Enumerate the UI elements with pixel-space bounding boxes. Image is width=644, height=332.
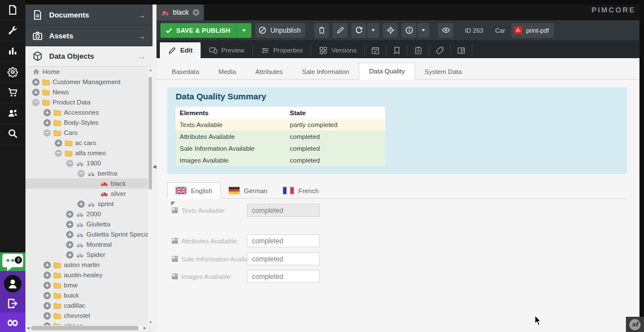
tree-item-sprint[interactable]: +sprint — [25, 199, 148, 209]
tree-item-aston-martin[interactable]: +aston martin — [25, 260, 148, 270]
tab-attributes[interactable]: Attributes — [246, 64, 293, 80]
expand-icon[interactable]: + — [32, 89, 40, 96]
tree-item-body-styles[interactable]: +Body-Styles — [25, 117, 148, 128]
field-input-attributes-available[interactable] — [247, 234, 320, 247]
tree-item-bmw[interactable]: +bmw — [25, 280, 148, 290]
expand-icon[interactable]: + — [43, 302, 51, 309]
tab-media[interactable]: Media — [209, 64, 246, 80]
tree-item-cars[interactable]: −Cars — [25, 128, 148, 138]
expand-icon[interactable]: + — [43, 282, 51, 289]
expand-icon[interactable]: + — [66, 221, 73, 228]
expand-icon[interactable]: + — [43, 261, 51, 269]
expand-icon[interactable]: + — [43, 109, 51, 116]
expand-icon[interactable]: + — [66, 211, 73, 218]
tab-system-data[interactable]: System Data — [415, 64, 472, 80]
scroll-right-arrow[interactable]: ▶ — [143, 326, 146, 330]
tree-item-gulietta-sprint-specia[interactable]: +Gulietta Sprint Specia — [25, 229, 148, 239]
tree-item-product-data[interactable]: −Product Data — [25, 97, 148, 107]
tree-item-accessories[interactable]: +Accessories — [25, 107, 148, 117]
tree-item-2000[interactable]: +2000 — [25, 209, 148, 219]
user-avatar-button[interactable] — [4, 275, 21, 292]
expand-icon[interactable]: + — [43, 272, 51, 279]
field-input-sale-information-available[interactable] — [247, 252, 320, 265]
tab-versions[interactable]: Versions — [311, 42, 364, 58]
close-tab-icon[interactable] — [192, 8, 200, 16]
tree-item-buick[interactable]: +buick — [25, 290, 148, 300]
tree-vertical-scrollbar[interactable]: ▲ ▼ — [148, 67, 153, 325]
tab-edit[interactable]: Edit — [160, 42, 201, 58]
tree-item-ac-cars[interactable]: +ac cars — [25, 138, 148, 148]
tree-item-cadillac[interactable]: +cadillac — [25, 300, 148, 311]
workflow-tab[interactable] — [451, 42, 472, 58]
users-rail-button[interactable] — [0, 103, 25, 124]
sidebar-splitter[interactable]: ◀ — [153, 5, 156, 332]
symfony-toolbar-button[interactable]: sf — [626, 317, 644, 332]
field-input-texts-available[interactable] — [247, 204, 320, 217]
tree-item-black[interactable]: black — [25, 178, 148, 189]
reports-tab[interactable] — [408, 42, 429, 58]
schedule-tab[interactable] — [365, 42, 386, 58]
logout-button[interactable] — [7, 298, 19, 309]
expand-icon[interactable]: + — [66, 251, 73, 259]
collapse-icon[interactable]: − — [77, 170, 85, 177]
tree-item-montreal[interactable]: +Montreal — [25, 239, 148, 250]
expand-icon[interactable]: + — [77, 200, 85, 208]
sidebar-panel-data-objects[interactable]: Data Objects → — [25, 46, 153, 67]
tree-item-chevrolet[interactable]: +chevrolet — [25, 311, 148, 321]
unpublish-button[interactable]: Unpublish — [255, 23, 305, 38]
language-tab-english[interactable]: English — [167, 182, 221, 199]
reload-button[interactable] — [351, 23, 366, 38]
tree-item-news[interactable]: +News — [25, 87, 148, 97]
tree-item-home[interactable]: Home — [25, 67, 148, 77]
vertical-scroll-thumb[interactable] — [149, 77, 152, 190]
expand-icon[interactable]: + — [43, 292, 51, 299]
info-dropdown-button[interactable] — [417, 23, 429, 38]
scroll-down-arrow[interactable]: ▼ — [149, 320, 153, 324]
tree-horizontal-scrollbar[interactable]: ◀ ▶ — [25, 325, 148, 331]
open-preview-button[interactable] — [438, 23, 453, 38]
tags-tab[interactable] — [429, 42, 450, 58]
documents-rail-button[interactable] — [0, 0, 25, 21]
ecommerce-rail-button[interactable] — [0, 82, 25, 103]
collapse-icon[interactable]: − — [32, 99, 40, 106]
tree-item-alfa-romeo[interactable]: −alfa romeo — [25, 148, 148, 158]
pimcore-infinity-logo[interactable]: ∞ — [0, 312, 25, 332]
notes-tab[interactable] — [386, 42, 407, 58]
save-publish-button[interactable]: SAVE & PUBLISH — [160, 23, 251, 38]
tab-basedata[interactable]: Basedata — [162, 64, 209, 80]
collapse-icon[interactable]: − — [66, 160, 73, 167]
collapse-icon[interactable]: − — [43, 129, 51, 137]
language-tab-german[interactable]: German — [221, 182, 276, 199]
expand-icon[interactable]: + — [66, 241, 73, 248]
delete-button[interactable] — [314, 23, 329, 38]
sidebar-panel-assets[interactable]: Assets → — [25, 25, 153, 46]
tools-rail-button[interactable] — [0, 21, 25, 42]
expand-icon[interactable]: + — [43, 119, 51, 126]
tab-properties[interactable]: Properties — [253, 42, 311, 58]
reports-rail-button[interactable] — [0, 41, 25, 62]
tree-item-1900[interactable]: −1900 — [25, 158, 148, 168]
field-input-images-available[interactable] — [247, 270, 320, 283]
tab-data-quality[interactable]: Data Quality — [359, 63, 415, 80]
tab-sale-information[interactable]: Sale Information — [293, 64, 359, 80]
tree-item-citroen[interactable]: +citroen — [25, 321, 148, 325]
notifications-button[interactable]: 3 — [0, 252, 25, 271]
expand-icon[interactable]: + — [43, 312, 51, 320]
chevron-down-icon[interactable] — [237, 28, 251, 33]
expand-icon[interactable]: + — [66, 231, 73, 238]
tab-preview[interactable]: Preview — [201, 42, 253, 58]
scroll-up-arrow[interactable]: ▲ — [149, 68, 153, 72]
info-button[interactable] — [402, 23, 416, 38]
rename-button[interactable] — [333, 23, 347, 38]
tree-item-berlina[interactable]: −berlina — [25, 168, 148, 178]
expand-icon[interactable]: + — [32, 78, 40, 86]
tree-item-austin-healey[interactable]: +austin-healey — [25, 270, 148, 280]
sidebar-panel-documents[interactable]: Documents → — [25, 5, 153, 25]
settings-rail-button[interactable] — [0, 62, 25, 83]
language-tab-french[interactable]: French — [275, 182, 327, 199]
collapse-icon[interactable]: − — [55, 150, 62, 157]
object-tab-black[interactable]: black — [156, 5, 204, 20]
locate-in-tree-button[interactable] — [383, 23, 398, 38]
tree-item-customer-management[interactable]: +Customer Management — [25, 77, 148, 87]
print-pdf-button[interactable]: print-pdf — [511, 23, 553, 38]
